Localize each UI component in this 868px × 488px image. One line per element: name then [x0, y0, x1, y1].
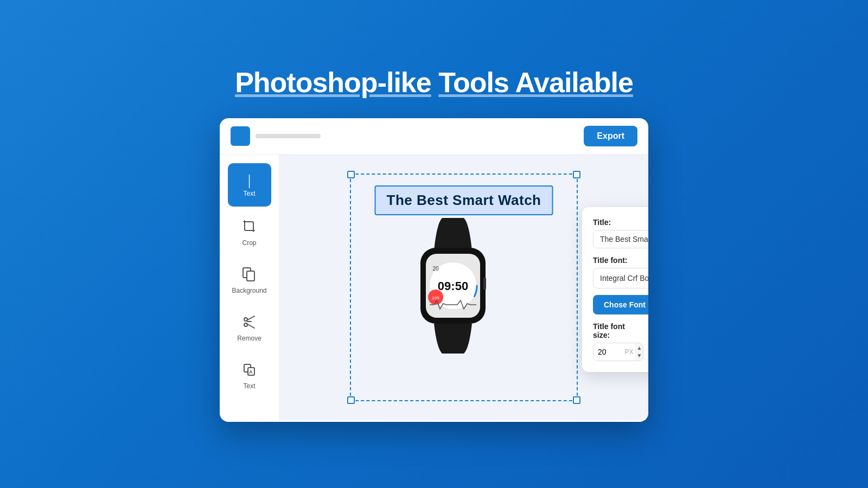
app-window: Export | Text Crop — [220, 118, 648, 422]
font-size-label: Title font size: — [593, 322, 643, 339]
header-decoration — [256, 134, 321, 138]
svg-text:20: 20 — [432, 266, 439, 272]
svg-text:A: A — [249, 369, 253, 375]
corner-handle-tl[interactable] — [347, 171, 355, 178]
corner-handle-bl[interactable] — [347, 396, 355, 404]
font-size-input[interactable] — [593, 343, 622, 361]
canvas-frame: The Best Smart Watch 09:50 — [350, 174, 578, 401]
logo-box — [231, 126, 250, 146]
crop-icon — [241, 219, 258, 237]
chose-font-button[interactable]: Chose Font — [593, 295, 648, 314]
text-cursor-icon: | — [248, 172, 251, 188]
svg-rect-1 — [247, 271, 254, 281]
header-left — [231, 126, 321, 146]
svg-line-4 — [247, 316, 254, 320]
remove-tool-label: Remove — [237, 335, 261, 342]
font-size-unit: PX — [622, 348, 635, 356]
app-header: Export — [220, 118, 648, 155]
product-image: 09:50 20 235 — [399, 213, 529, 375]
page-title-highlight: Photoshop-like — [235, 67, 431, 98]
sidebar-item-text-active[interactable]: | Text — [228, 163, 271, 207]
increment-arrow[interactable]: ▲ — [636, 344, 642, 352]
corner-handle-br[interactable] — [573, 396, 580, 404]
title-input[interactable] — [593, 230, 648, 248]
page-title-rest: Tools Available — [438, 67, 633, 98]
font-size-color-row: Title font size: PX ▲ ▼ Tit — [593, 322, 648, 361]
svg-text:235: 235 — [432, 296, 439, 300]
sidebar-item-remove[interactable]: Remove — [228, 306, 271, 350]
svg-rect-18 — [483, 278, 486, 290]
text2-tool-label: Text — [243, 382, 255, 390]
sidebar: | Text Crop — [220, 155, 279, 420]
decrement-arrow[interactable]: ▼ — [636, 352, 642, 359]
background-icon — [241, 266, 258, 285]
font-size-wrapper: PX ▲ ▼ — [593, 343, 643, 361]
background-tool-label: Background — [232, 287, 266, 294]
canvas-area: The Best Smart Watch 09:50 — [279, 155, 648, 420]
sidebar-item-crop[interactable]: Crop — [228, 211, 271, 254]
page-heading: Photoshop-like Tools Available — [235, 66, 633, 99]
sidebar-item-background[interactable]: Background — [228, 259, 271, 302]
font-select[interactable]: Integral Crf Bold — [593, 268, 648, 288]
text-overlay[interactable]: The Best Smart Watch — [375, 185, 553, 215]
font-select-wrapper: Integral Crf Bold ▾ — [593, 268, 648, 288]
svg-line-5 — [247, 324, 254, 329]
font-size-arrows: ▲ ▼ — [635, 343, 643, 361]
text2-icon: A — [241, 362, 258, 380]
text-tool-label: Text — [243, 190, 255, 197]
app-body: | Text Crop — [220, 155, 648, 420]
export-button[interactable]: Export — [584, 126, 637, 146]
properties-panel: Title: Title font: Integral Crf Bold ▾ C… — [582, 207, 648, 372]
title-font-label: Title font: — [593, 256, 648, 265]
crop-tool-label: Crop — [242, 239, 256, 247]
sidebar-item-text2[interactable]: A Text — [228, 354, 271, 397]
title-label: Title: — [593, 218, 648, 227]
corner-handle-tr[interactable] — [573, 171, 580, 178]
svg-text:09:50: 09:50 — [438, 279, 468, 293]
font-size-col: Title font size: PX ▲ ▼ — [593, 322, 643, 361]
scissors-icon — [241, 314, 258, 332]
